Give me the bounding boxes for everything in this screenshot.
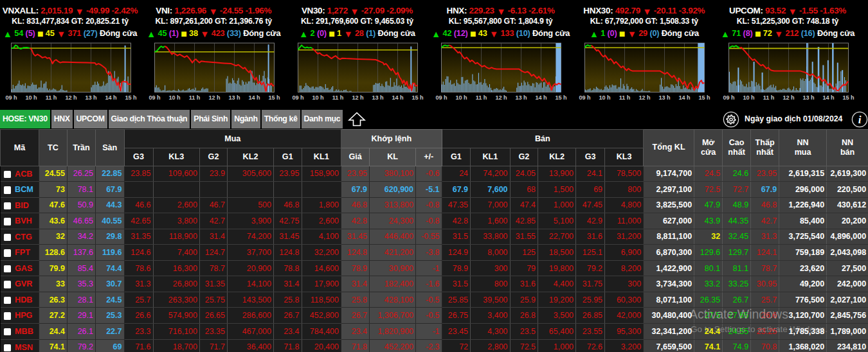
svg-text:09 h: 09 h	[435, 94, 447, 101]
svg-text:09 h: 09 h	[5, 94, 17, 101]
svg-text:12 h: 12 h	[208, 94, 220, 101]
svg-text:13 h: 13 h	[659, 94, 671, 101]
svg-text:15 h: 15 h	[699, 94, 710, 101]
svg-text:13 h: 13 h	[515, 94, 527, 101]
svg-text:13 h: 13 h	[802, 94, 814, 101]
svg-text:12 h: 12 h	[639, 94, 651, 101]
svg-text:10 h: 10 h	[25, 94, 37, 101]
svg-text:10 h: 10 h	[599, 94, 611, 101]
svg-text:15 h: 15 h	[555, 94, 566, 101]
svg-text:14 h: 14 h	[822, 94, 834, 101]
svg-text:09 h: 09 h	[149, 94, 160, 101]
svg-text:10 h: 10 h	[743, 94, 754, 101]
svg-text:11 h: 11 h	[763, 94, 774, 101]
svg-text:10 h: 10 h	[455, 94, 467, 101]
svg-text:11 h: 11 h	[476, 94, 487, 101]
svg-text:12 h: 12 h	[495, 94, 507, 101]
svg-text:15 h: 15 h	[125, 94, 136, 101]
svg-text:13 h: 13 h	[228, 94, 240, 101]
svg-text:11 h: 11 h	[188, 94, 200, 101]
svg-text:10 h: 10 h	[168, 94, 180, 101]
svg-text:i: i	[858, 114, 862, 126]
svg-text:09 h: 09 h	[579, 94, 591, 101]
svg-text:12 h: 12 h	[352, 94, 363, 101]
svg-text:11 h: 11 h	[45, 94, 57, 101]
svg-text:10 h: 10 h	[312, 94, 323, 101]
svg-text:14 h: 14 h	[535, 94, 547, 101]
svg-text:15 h: 15 h	[411, 94, 423, 101]
svg-text:11 h: 11 h	[332, 94, 344, 101]
svg-text:12 h: 12 h	[782, 94, 794, 101]
svg-text:15 h: 15 h	[842, 94, 854, 101]
svg-text:09 h: 09 h	[292, 94, 303, 101]
svg-text:12 h: 12 h	[65, 94, 77, 101]
svg-text:13 h: 13 h	[372, 94, 383, 101]
svg-text:11 h: 11 h	[619, 94, 631, 101]
svg-text:15 h: 15 h	[268, 94, 280, 101]
svg-text:14 h: 14 h	[392, 94, 403, 101]
svg-text:09 h: 09 h	[723, 94, 734, 101]
svg-text:14 h: 14 h	[248, 94, 260, 101]
svg-text:14 h: 14 h	[105, 94, 116, 101]
svg-text:13 h: 13 h	[85, 94, 96, 101]
svg-text:14 h: 14 h	[679, 94, 691, 101]
